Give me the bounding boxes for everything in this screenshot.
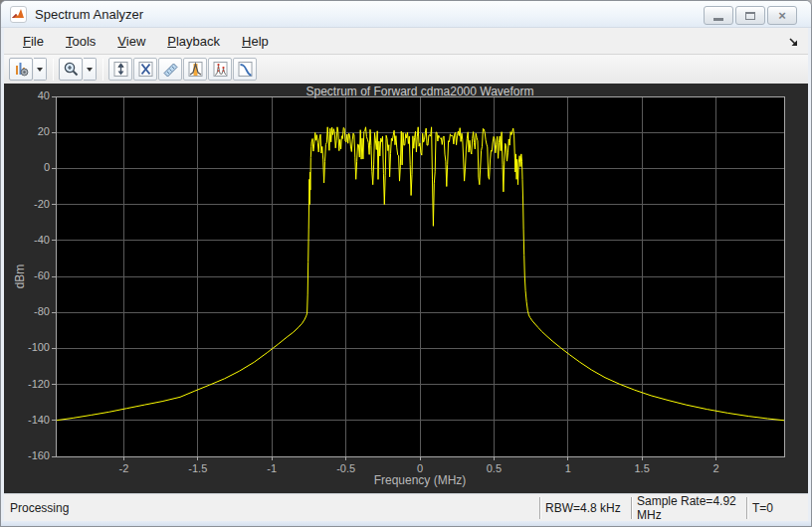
dropdown-arrow-icon [87, 68, 93, 72]
toolbar [4, 55, 808, 84]
dock-arrow-icon[interactable] [788, 35, 800, 47]
menu-playback[interactable]: Playback [156, 30, 231, 53]
minimize-button[interactable] [704, 6, 733, 25]
y-tick-label: -100 [10, 341, 50, 353]
menu-file[interactable]: File [12, 30, 55, 53]
spectrum-plot-canvas[interactable] [4, 84, 808, 493]
y-tick-label: 0 [10, 161, 50, 173]
cursor-measurements-button[interactable] [158, 58, 182, 81]
matlab-logo-icon [10, 6, 27, 23]
spectrum-settings-button[interactable] [9, 58, 33, 81]
peak-finder-icon [187, 61, 204, 78]
x-tick-label: -1.5 [176, 462, 220, 474]
x-tick-label: 1 [546, 462, 590, 474]
y-tick-label: -140 [10, 414, 50, 426]
peak-finder-button[interactable] [183, 58, 207, 81]
y-tick-label: -120 [10, 378, 50, 390]
x-tick-label: 1.5 [620, 462, 664, 474]
close-button[interactable]: × [767, 6, 797, 25]
ccdf-measurements-button[interactable] [233, 58, 257, 81]
window-border-bottom [1, 521, 811, 526]
dropdown-arrow-icon [37, 68, 43, 72]
close-icon: × [778, 9, 786, 22]
plot-panel: Spectrum of Forward cdma2000 Waveform Fr… [4, 84, 808, 493]
status-bar: Processing RBW=4.8 kHz Sample Rate=4.92 … [4, 493, 808, 521]
spectrum-settings-dropdown[interactable] [34, 58, 47, 81]
y-tick-label: -80 [10, 305, 50, 317]
spectral-mask-icon [137, 61, 154, 78]
title-bar[interactable]: Spectrum Analyzer × [1, 1, 811, 28]
menu-help[interactable]: Help [231, 30, 280, 53]
toolbar-separator [102, 59, 103, 81]
distortion-measurements-icon [212, 61, 229, 78]
status-sample-rate: Sample Rate=4.92 MHz [631, 497, 746, 519]
status-time: T=0 [746, 497, 808, 519]
autoscale-y-button[interactable] [108, 58, 132, 81]
y-tick-label: 40 [10, 89, 50, 101]
x-tick-label: 0 [398, 462, 442, 474]
x-tick-label: 2 [695, 462, 738, 474]
y-tick-label: 20 [10, 125, 50, 137]
spectrum-analyzer-window: Spectrum Analyzer × File Tools View Play… [0, 0, 812, 527]
x-tick-label: -0.5 [324, 462, 368, 474]
menu-tools[interactable]: Tools [55, 30, 106, 53]
x-axis-label: Frequency (MHz) [56, 473, 784, 487]
y-tick-label: -60 [10, 269, 50, 281]
minimize-icon [713, 18, 723, 21]
spectral-mask-button[interactable] [133, 58, 157, 81]
spectrum-settings-icon [13, 61, 30, 78]
status-message: Processing [4, 501, 539, 515]
menu-bar: File Tools View Playback Help [4, 28, 808, 55]
status-rbw: RBW=4.8 kHz [539, 497, 631, 519]
cursor-measurements-icon [162, 61, 179, 78]
x-tick-label: -2 [102, 462, 145, 474]
ccdf-measurements-icon [237, 61, 254, 78]
toolbar-separator [53, 59, 54, 81]
x-tick-label: 0.5 [472, 462, 515, 474]
x-tick-label: -1 [250, 462, 294, 474]
menu-view[interactable]: View [106, 30, 156, 53]
zoom-in-icon [63, 61, 80, 78]
plot-title: Spectrum of Forward cdma2000 Waveform [56, 85, 784, 98]
y-tick-label: -20 [10, 198, 50, 210]
zoom-dropdown[interactable] [84, 58, 97, 81]
maximize-button[interactable] [735, 6, 765, 25]
zoom-in-button[interactable] [59, 58, 83, 81]
maximize-icon [745, 12, 755, 20]
autoscale-y-icon [112, 61, 129, 78]
y-tick-label: -40 [10, 234, 50, 246]
window-title: Spectrum Analyzer [35, 7, 143, 22]
y-tick-label: -160 [10, 449, 50, 461]
distortion-measurements-button[interactable] [208, 58, 232, 81]
